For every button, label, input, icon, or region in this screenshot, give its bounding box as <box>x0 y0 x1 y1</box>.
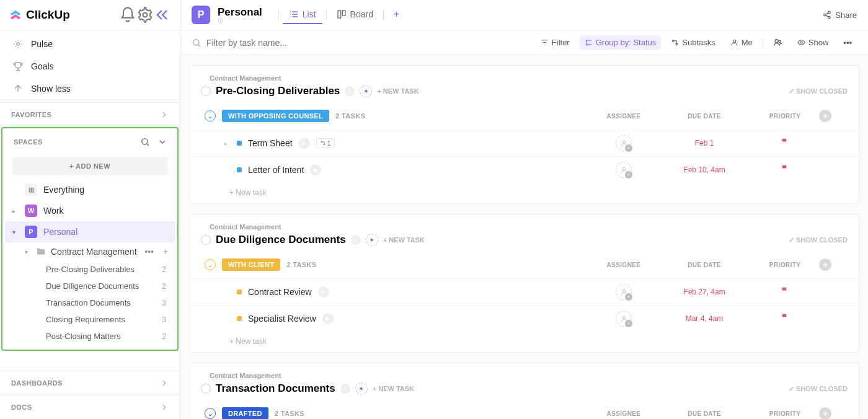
group-by-button[interactable]: Group by: Status <box>580 35 662 50</box>
new-task-row[interactable]: + New task <box>190 332 859 348</box>
play-icon[interactable]: ▶ <box>299 138 310 149</box>
group-title[interactable]: Pre-Closing Deliverables <box>216 85 340 97</box>
play-icon[interactable]: ▶ <box>322 313 334 324</box>
folder-add-icon[interactable]: ＋ <box>160 246 171 257</box>
assignees-button[interactable] <box>768 35 787 50</box>
collapse-status-icon[interactable]: ⌄ <box>205 110 216 121</box>
show-closed-button[interactable]: ✓ SHOW CLOSED <box>789 87 848 95</box>
group-breadcrumb: Contract Management <box>190 363 859 379</box>
col-assignee: ASSIGNEE <box>590 262 658 268</box>
space-personal[interactable]: ▾ P Personal <box>5 221 175 242</box>
settings-dot-icon[interactable] <box>218 17 224 24</box>
folder-contract-management[interactable]: ▾ Contract Management ••• ＋ <box>2 242 177 261</box>
docs-header[interactable]: DOCS <box>0 395 180 419</box>
play-icon[interactable]: ▶ <box>318 286 329 298</box>
nav-pulse[interactable]: Pulse <box>0 33 180 55</box>
chevron-right-icon <box>160 403 169 412</box>
gear-icon[interactable] <box>136 6 154 24</box>
new-task-row[interactable]: + New task <box>190 183 859 200</box>
sprint-badge-icon[interactable]: ✦ <box>360 85 372 97</box>
show-closed-button[interactable]: ✓ SHOW CLOSED <box>789 236 848 244</box>
col-assignee: ASSIGNEE <box>590 113 658 120</box>
group-title[interactable]: Transaction Documents <box>216 382 335 395</box>
dashboards-header[interactable]: DASHBOARDS <box>0 371 180 395</box>
subtasks-button[interactable]: Subtasks <box>666 35 720 50</box>
assignee-add[interactable] <box>616 135 632 151</box>
filter-search[interactable] <box>192 38 531 48</box>
list-item[interactable]: Closing Requirements3 <box>2 311 177 328</box>
group-checkbox[interactable] <box>201 235 211 245</box>
list-item[interactable]: Post-Closing Matters2 <box>2 328 177 345</box>
board-icon <box>337 9 347 19</box>
assignee-add[interactable] <box>616 162 632 178</box>
group-checkbox[interactable] <box>201 86 211 96</box>
space-work[interactable]: ▸ W Work <box>2 200 177 221</box>
collapse-status-icon[interactable]: ⌄ <box>205 259 216 270</box>
priority-flag-icon[interactable] <box>751 138 819 149</box>
status-pill[interactable]: WITH OPPOSING COUNSEL <box>222 110 329 122</box>
add-column-button[interactable]: + <box>819 110 831 122</box>
space-everything[interactable]: ⊞ Everything <box>2 179 177 200</box>
priority-flag-icon[interactable] <box>751 313 819 324</box>
view-board[interactable]: Board <box>330 6 379 24</box>
due-date[interactable]: Feb 10, 4am <box>658 165 751 174</box>
info-icon[interactable]: i <box>340 384 350 394</box>
assignee-add[interactable] <box>616 311 632 327</box>
filter-input[interactable] <box>206 38 392 48</box>
new-task-button[interactable]: + NEW TASK <box>373 385 414 392</box>
notification-icon[interactable] <box>119 6 136 24</box>
info-icon[interactable]: i <box>345 86 355 96</box>
list-item[interactable]: Transaction Documents3 <box>2 294 177 311</box>
col-assignee: ASSIGNEE <box>590 410 658 417</box>
due-date[interactable]: Feb 1 <box>658 139 751 148</box>
filter-button[interactable]: Filter <box>536 35 575 50</box>
expand-icon[interactable]: ▸ <box>224 140 231 147</box>
info-icon[interactable]: i <box>351 235 361 245</box>
sprint-badge-icon[interactable]: ✦ <box>355 382 368 395</box>
status-pill[interactable]: DRAFTED <box>222 407 268 419</box>
new-task-button[interactable]: + NEW TASK <box>383 236 425 244</box>
play-icon[interactable]: ▶ <box>310 164 321 175</box>
collapse-sidebar-icon[interactable] <box>154 6 171 24</box>
subtask-icon <box>671 38 679 46</box>
priority-flag-icon[interactable] <box>751 164 819 175</box>
collapse-status-icon[interactable]: ⌄ <box>205 408 216 419</box>
view-list[interactable]: List <box>283 6 322 24</box>
group-header: Pre-Closing Deliverables i ✦ + NEW TASK … <box>190 82 859 105</box>
more-button[interactable]: ••• <box>838 35 857 50</box>
favorites-header[interactable]: FAVORITES <box>0 103 180 126</box>
new-task-button[interactable]: + NEW TASK <box>377 87 418 95</box>
assignee-add[interactable] <box>616 284 632 300</box>
task-row[interactable]: Contract Review ▶ Feb 27, 4am <box>190 278 859 305</box>
list-item[interactable]: Due Diligence Documents2 <box>2 278 177 294</box>
priority-flag-icon[interactable] <box>751 286 819 298</box>
search-icon[interactable] <box>140 137 150 147</box>
due-date[interactable]: Mar 4, 4am <box>658 314 751 323</box>
me-button[interactable]: Me <box>725 35 758 50</box>
group-checkbox[interactable] <box>201 384 211 394</box>
add-new-space-button[interactable]: + ADD NEW <box>12 157 167 175</box>
task-row[interactable]: Specialist Review ▶ Mar 4, 4am <box>190 305 859 332</box>
task-row[interactable]: Letter of Intent ▶ Feb 10, 4am <box>190 156 859 183</box>
folder-more-icon[interactable]: ••• <box>143 247 155 257</box>
show-closed-button[interactable]: ✓ SHOW CLOSED <box>789 385 848 393</box>
due-date[interactable]: Feb 27, 4am <box>658 288 751 296</box>
show-button[interactable]: Show <box>792 35 834 50</box>
add-column-button[interactable]: + <box>819 407 831 419</box>
nav-show-less[interactable]: Show less <box>0 77 180 100</box>
status-pill[interactable]: WITH CLIENT <box>222 258 280 271</box>
nav-goals[interactable]: Goals <box>0 55 180 77</box>
people-icon <box>773 38 782 47</box>
logo[interactable]: ClickUp <box>9 8 119 22</box>
subtask-count[interactable]: 1 <box>316 138 335 148</box>
add-view-button[interactable]: + <box>388 5 405 25</box>
chevron-down-icon[interactable] <box>157 137 167 147</box>
group-title[interactable]: Due Diligence Documents <box>216 234 346 246</box>
task-row[interactable]: ▸ Term Sheet ▶ 1 Feb 1 <box>190 130 859 156</box>
share-button[interactable]: Share <box>823 11 857 20</box>
content-area: Contract Management Pre-Closing Delivera… <box>180 55 868 419</box>
sprint-badge-icon[interactable]: ✦ <box>366 234 378 246</box>
list-item[interactable]: Pre-Closing Deliverables2 <box>2 261 177 278</box>
add-column-button[interactable]: + <box>819 258 831 271</box>
list-icon <box>289 9 299 19</box>
